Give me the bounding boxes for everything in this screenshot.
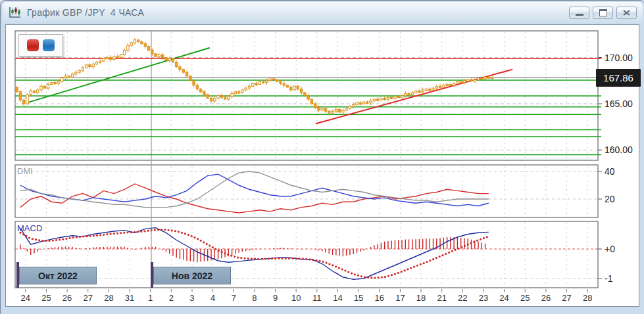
x-axis-date-label: 22 [458, 293, 467, 303]
x-axis-date-label: 2 [169, 293, 174, 303]
svg-text:+0: +0 [605, 244, 615, 254]
x-axis-date-label: 25 [520, 293, 530, 303]
blue-marker-button[interactable] [43, 39, 55, 51]
axis-labels: 170.00165.00160.004020+0-124252627283112… [21, 53, 633, 303]
dmi-lines [15, 171, 598, 213]
x-axis-date-label: 31 [125, 293, 134, 303]
x-axis-date-label: 28 [583, 293, 592, 303]
svg-text:-1: -1 [605, 273, 613, 284]
x-axis-date-label: 8 [252, 293, 257, 303]
x-axis-date-label: 16 [375, 293, 384, 303]
candlesticks [16, 38, 493, 114]
x-axis-date-label: 26 [62, 293, 72, 303]
x-axis-date-label: 14 [333, 293, 342, 303]
svg-text:40: 40 [605, 166, 615, 177]
svg-text:165.00: 165.00 [605, 99, 633, 109]
month-label-nov: Нов 2022 [153, 267, 231, 284]
macd-plot [15, 228, 598, 280]
x-axis-date-label: 21 [437, 293, 446, 303]
x-axis-date-label: 11 [312, 293, 322, 303]
x-axis-date-label: 10 [291, 293, 301, 303]
x-axis-date-label: 3 [189, 293, 194, 303]
macd-pane-label: MACD [17, 223, 42, 233]
current-price-label: 167.86 [596, 69, 641, 87]
drawing-toolbar [18, 34, 63, 56]
chart-canvas[interactable]: 170.00165.00160.004020+0-124252627283112… [1, 1, 644, 314]
x-axis-date-label: 27 [84, 293, 93, 303]
chart-window: График GBP /JPY 4 ЧАСА 170.00165.00160.0… [0, 0, 644, 314]
x-axis-date-label: 7 [232, 293, 236, 303]
x-axis-date-label: 23 [479, 293, 488, 303]
svg-text:170.00: 170.00 [605, 53, 633, 63]
red-marker-button[interactable] [27, 39, 39, 51]
x-axis-date-label: 1 [148, 293, 153, 303]
x-axis-date-label: 18 [416, 293, 426, 303]
x-axis-date-label: 24 [21, 293, 30, 303]
svg-text:20: 20 [605, 194, 615, 204]
x-axis-date-label: 24 [499, 293, 508, 303]
svg-text:160.00: 160.00 [605, 145, 633, 155]
x-axis-date-label: 25 [41, 293, 51, 303]
dmi-pane-label: DMI [17, 166, 33, 176]
x-axis-date-label: 15 [354, 293, 363, 303]
support-resistance-lines [15, 58, 601, 154]
x-axis-date-label: 26 [541, 293, 551, 303]
x-axis-date-label: 27 [562, 293, 571, 303]
x-axis-date-label: 9 [273, 293, 278, 303]
x-axis-date-label: 4 [211, 293, 215, 303]
x-axis-date-label: 17 [395, 293, 405, 303]
x-axis-date-label: 28 [104, 293, 113, 303]
month-label-oct: Окт 2022 [19, 267, 97, 284]
